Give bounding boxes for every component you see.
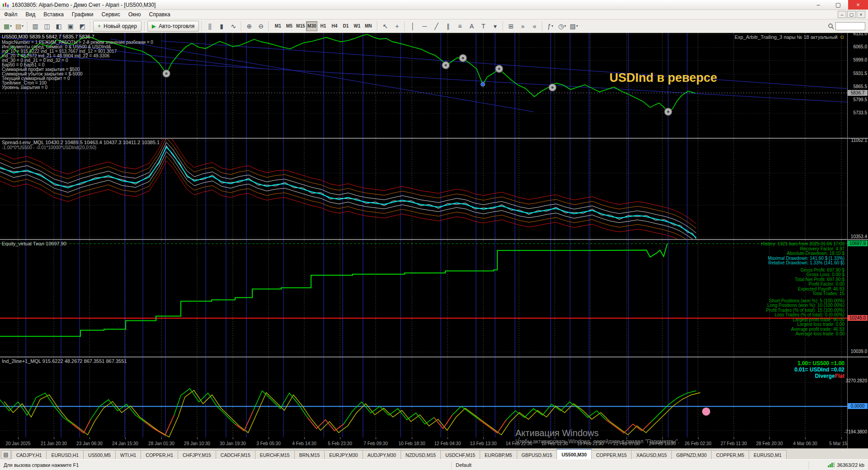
menu-вид[interactable]: Вид: [22, 10, 40, 19]
tab-wti-h1[interactable]: WTI,H1: [115, 450, 142, 459]
menu-графики[interactable]: Графики: [68, 10, 98, 19]
bar-chart-button[interactable]: ||: [204, 21, 215, 32]
new-chart-button[interactable]: ▦▾: [2, 21, 13, 32]
trendline-button[interactable]: ╱: [431, 21, 442, 32]
market-watch-button[interactable]: ▥: [30, 21, 41, 32]
chart-list-icon[interactable]: ▤: [1, 450, 11, 459]
tab-eurusd-m1[interactable]: EURUSD,M1: [749, 450, 787, 459]
vertical-line-button[interactable]: │: [407, 21, 418, 32]
candlestick-chart-button[interactable]: ▮: [216, 21, 227, 32]
menu-файл[interactable]: Файл: [0, 10, 22, 19]
minimize-button[interactable]: –: [808, 0, 828, 9]
autotrade-button[interactable]: ▶Авто-торговля: [147, 21, 199, 32]
tf-w1[interactable]: W1: [351, 21, 363, 31]
stats-line: Average loss trade: 0.00: [761, 332, 844, 337]
search-input[interactable]: [835, 22, 865, 30]
periods-button[interactable]: ◷▾: [557, 21, 567, 32]
channel-button[interactable]: ∥: [443, 21, 453, 32]
stats-line: Gross Loss: 0.00 $: [761, 273, 844, 277]
label-button[interactable]: T: [478, 21, 489, 32]
zoom-in-button[interactable]: ⊕: [244, 21, 255, 32]
tf-m15[interactable]: M15: [295, 21, 306, 31]
line-chart-button[interactable]: ∿: [228, 21, 239, 32]
menu-справка[interactable]: Справка: [145, 10, 175, 19]
timeframe-buttons: M1M5M15M30H1H4D1W1MN: [272, 21, 374, 31]
auto-scroll-button[interactable]: »: [517, 21, 528, 32]
stats-line: Relative Drawdown: 1.33% (141.60 $): [761, 261, 844, 266]
crosshair-button[interactable]: +: [392, 21, 402, 32]
tf-m5[interactable]: M5: [283, 21, 295, 31]
cursor-button[interactable]: ↖: [380, 21, 391, 32]
tab-chfjpy-m15[interactable]: CHFJPY,M15: [178, 450, 216, 459]
dropdown-arrow-icon: ▾: [22, 24, 24, 28]
tab-eurgbp-m5[interactable]: EURGBP,M5: [480, 450, 517, 459]
tab-gbpusd-m15[interactable]: GBPUSD,M15: [517, 450, 557, 459]
tab-eurchf-m15[interactable]: EURCHF,M15: [255, 450, 295, 459]
tab-gbpnzd-m30[interactable]: GBPNZD,M30: [671, 450, 712, 459]
tab-eurusd-h1[interactable]: EURUSD,H1: [46, 450, 84, 459]
toolbar-separator: [269, 21, 269, 31]
zoom-out-button[interactable]: ⊖: [255, 21, 266, 32]
tab-us500-m30[interactable]: US500,M30: [557, 449, 591, 459]
spread-indicator-panel[interactable]: Spread-t-env_MQL 10430.2 10489.5 10463.4…: [0, 139, 847, 239]
menu-сервис[interactable]: Сервис: [98, 10, 124, 19]
tab-copper-m15[interactable]: COPPER,M15: [591, 450, 632, 459]
price-scale[interactable]: 6131.06065.05999.05931.55865.55836.75799…: [847, 33, 868, 448]
tab-xagusd-m15[interactable]: XAGUSD,M15: [631, 450, 672, 459]
chart-shift-button[interactable]: «: [529, 21, 540, 32]
chart-restore-button[interactable]: ▢: [847, 11, 856, 18]
new-order-button[interactable]: +Новый ордер: [93, 21, 142, 32]
tf-mn[interactable]: MN: [363, 21, 374, 31]
time-axis[interactable]: 20 Jan 202521 Jan 20:3023 Jan 06:3024 Ja…: [0, 437, 847, 448]
panel-separator[interactable]: [0, 138, 868, 139]
toolbar-items: ▦▾▤▾▥◫◧▣◩+Новый ордер▶Авто-торговля||▮∿⊕…: [2, 21, 828, 32]
tab-cadchf-m15[interactable]: CADCHF,M15: [216, 450, 255, 459]
tf-d1[interactable]: D1: [340, 21, 351, 31]
time-tick: [805, 437, 806, 439]
menu-окно[interactable]: Окно: [124, 10, 145, 19]
scale-label: 5865.5: [853, 84, 867, 89]
tab-cadjpy-h1[interactable]: CADJPY,H1: [11, 450, 47, 459]
maximize-button[interactable]: ▢: [828, 0, 848, 9]
panel-separator[interactable]: [0, 357, 868, 357]
oscillator-panel[interactable]: Ind_2line+1_MQL 915.6222 48.2672 867.355…: [0, 357, 847, 437]
tile-windows-button[interactable]: ⊞: [505, 21, 516, 32]
equity-panel[interactable]: Equity_virtual Тиал 10697.90 History: 19…: [0, 240, 847, 357]
fibonacci-button[interactable]: ≡: [454, 21, 465, 32]
tab-nzdusd-m15[interactable]: NZDUSD,M15: [401, 450, 441, 459]
tf-m30[interactable]: M30: [306, 21, 317, 31]
menu-вставка[interactable]: Вставка: [39, 10, 68, 19]
strategy-tester-button[interactable]: ◩: [77, 21, 88, 32]
tf-h4[interactable]: H4: [329, 21, 340, 31]
tab-copper-m5[interactable]: COPPER,M5: [711, 450, 749, 459]
arrows-button[interactable]: ▾: [490, 21, 500, 32]
price-panel[interactable]: US500,M30 5839.5 5842.7 5835.7 5836.7 Ma…: [0, 33, 847, 138]
tab-eurjpy-m30[interactable]: EURJPY,M30: [324, 450, 363, 459]
text-button[interactable]: A: [466, 21, 477, 32]
tab-usdchf-m15[interactable]: USDCHF,M15: [440, 450, 480, 459]
tab-copper-h1[interactable]: COPPER,H1: [141, 450, 178, 459]
tab-brn-m15[interactable]: BRN,M15: [294, 450, 325, 459]
tab-us500-m5[interactable]: US500,M5: [83, 450, 116, 459]
tf-h1[interactable]: H1: [317, 21, 329, 31]
close-button[interactable]: ×: [848, 0, 868, 9]
time-label: 20 Jan 2025: [5, 441, 30, 446]
status-profile[interactable]: Default: [452, 461, 809, 469]
templates-button[interactable]: ▧▾: [568, 21, 579, 32]
terminal-button[interactable]: ▣: [65, 21, 76, 32]
profiles-button[interactable]: ▤▾: [14, 21, 25, 32]
navigator-button[interactable]: ◧: [53, 21, 64, 32]
tab-audjpy-m30[interactable]: AUDJPY,M30: [363, 450, 401, 459]
crosshair-icon: +: [395, 23, 399, 29]
panel-separator[interactable]: [0, 239, 868, 240]
ea-smiley-icon[interactable]: ☺: [840, 34, 845, 40]
channel-icon: ∥: [447, 23, 450, 29]
data-window-button[interactable]: ◫: [42, 21, 52, 32]
indicators-button[interactable]: ƒ▾: [545, 21, 556, 32]
chart-close-button[interactable]: ×: [857, 11, 865, 18]
chart-minimize-button[interactable]: –: [838, 11, 846, 18]
strategy-tester-icon: ◩: [79, 23, 85, 29]
search-icon: [828, 23, 834, 29]
horizontal-line-button[interactable]: ─: [419, 21, 430, 32]
tf-m1[interactable]: M1: [272, 21, 283, 31]
